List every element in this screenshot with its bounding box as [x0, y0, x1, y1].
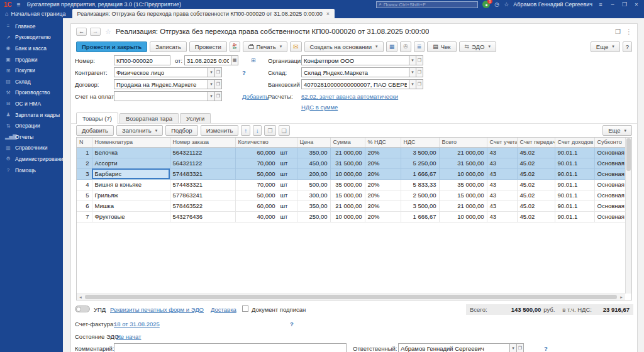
tab-services[interactable]: Услуги — [180, 113, 211, 123]
cell-transfer-account[interactable]: 45.02 — [517, 147, 555, 158]
invoice-help-icon[interactable]: ? — [290, 321, 294, 327]
cell-nomenclature[interactable]: Фруктовые — [92, 211, 170, 222]
cell-sum[interactable]: 10 000,00 — [330, 211, 365, 222]
bank-open-icon[interactable] — [416, 79, 423, 89]
favorites-icon[interactable]: ☆ — [504, 1, 509, 8]
cell-total[interactable]: 10 000,00 — [439, 168, 487, 179]
show-postings-button[interactable]: ДтКт — [230, 41, 240, 52]
warehouse-open-icon[interactable] — [416, 67, 423, 77]
cell-income-account[interactable]: 90.01.1 — [555, 211, 594, 222]
cell-vat[interactable]: 5 250,00 — [401, 158, 439, 168]
cell-qty[interactable]: 70,000шт — [235, 158, 297, 168]
calendar-icon[interactable] — [231, 55, 238, 65]
connection-menu-icon[interactable]: ≡ — [597, 1, 604, 8]
invoice-for-payment-field[interactable] — [114, 91, 208, 101]
col-order-number[interactable]: Номер заказа — [170, 138, 235, 147]
number-field[interactable] — [114, 55, 170, 65]
cell-order[interactable]: 574483321 — [170, 179, 235, 190]
check-button[interactable]: ▤Чек — [427, 41, 456, 52]
cell-nomenclature[interactable]: Ассорти — [92, 158, 170, 168]
counterparty-field[interactable] — [114, 67, 208, 77]
paste-rows-button[interactable]: ❑ — [279, 125, 290, 136]
table-row[interactable]: 1 Белочка 564321122 60,000шт 350,00 21 0… — [77, 147, 632, 158]
forward-button[interactable]: → — [90, 28, 101, 36]
invoice-link[interactable]: 18 от 31.08.2025 — [114, 321, 160, 327]
sidebar-item-operations[interactable]: ⇅Операции — [0, 120, 63, 131]
search-input[interactable] — [384, 2, 476, 8]
cell-account[interactable]: 43 — [487, 211, 517, 222]
cell-vat[interactable]: 1 666,67 — [401, 168, 439, 179]
cell-income-account[interactable]: 90.01.1 — [555, 147, 594, 158]
cell-vat[interactable]: 2 500,00 — [401, 190, 439, 201]
copy-rows-button[interactable]: ❐ — [264, 125, 275, 136]
number-settings-icon[interactable]: ⊞ — [251, 57, 256, 63]
contract-field[interactable] — [114, 79, 208, 89]
date-field[interactable] — [184, 55, 231, 65]
col-income-account[interactable]: Счет доходов — [555, 138, 594, 147]
col-account[interactable]: Счет учета — [487, 138, 517, 147]
tab-goods[interactable]: Товары (7) — [76, 113, 118, 124]
cell-total[interactable]: 21 000,00 — [439, 201, 487, 211]
scroll-right-icon[interactable]: ▸ — [618, 295, 625, 300]
col-total[interactable]: Всего — [439, 138, 487, 147]
cell-account[interactable]: 43 — [487, 201, 517, 211]
tab-close-icon[interactable]: × — [326, 11, 330, 17]
horizontal-scrollbar-thumb[interactable] — [85, 295, 617, 299]
close-button[interactable]: × — [633, 1, 640, 8]
sidebar-item-fixed-assets[interactable]: ⊟ОС и НМА — [0, 98, 63, 109]
cell-qty[interactable]: 50,000шт — [235, 168, 297, 179]
more-button[interactable]: Еще — [591, 41, 620, 52]
cell-vat-pct[interactable]: 20% — [365, 201, 401, 211]
cell-transfer-account[interactable]: 45.02 — [517, 179, 555, 190]
cell-account[interactable]: 43 — [487, 179, 517, 190]
cell-order[interactable]: 577863241 — [170, 190, 235, 201]
contract-open-icon[interactable] — [214, 79, 222, 89]
print-forms-link[interactable]: Реквизиты печатных форм и ЭДО — [110, 306, 204, 313]
cell-vat-pct[interactable]: 20% — [365, 190, 401, 201]
table-row[interactable]: 7 Фруктовые 543276436 40,000шт 250,00 10… — [77, 211, 632, 222]
sidebar-item-directories[interactable]: ▥Справочники — [0, 143, 63, 154]
table-row[interactable]: 3 Барбарис 574483321 50,000шт 200,00 10 … — [77, 168, 632, 179]
cell-transfer-account[interactable]: 45.02 — [517, 211, 555, 222]
counterparty-open-icon[interactable] — [214, 67, 222, 77]
cell-price[interactable]: 300,00 — [297, 190, 330, 201]
cell-sum[interactable]: 21 000,00 — [330, 147, 365, 158]
cell-sum[interactable]: 15 000,00 — [330, 190, 365, 201]
cell-income-account[interactable]: 90.01.1 — [555, 190, 594, 201]
cell-price[interactable]: 250,00 — [297, 211, 330, 222]
table-row[interactable]: 6 Мишка 578463522 60,000шт 350,00 21 000… — [77, 201, 632, 211]
table-row[interactable]: 5 Грильяж 577863241 50,000шт 300,00 15 0… — [77, 190, 632, 201]
restore-button[interactable]: ❐ — [621, 1, 628, 8]
send-email-button[interactable]: ✉ — [290, 41, 301, 52]
sidebar-item-purchases[interactable]: ⊞Покупки — [0, 65, 63, 76]
cell-vat-pct[interactable]: 20% — [365, 147, 401, 158]
col-transfer-account[interactable]: Счет передачи — [517, 138, 555, 147]
cell-income-account[interactable]: 90.01.1 — [555, 158, 594, 168]
cell-nomenclature[interactable]: Грильяж — [92, 190, 170, 201]
cell-total[interactable]: 31 500,00 — [439, 158, 487, 168]
minimize-button[interactable]: – — [609, 1, 616, 8]
col-price[interactable]: Цена — [297, 138, 330, 147]
vat-mode-link[interactable]: НДС в сумме — [301, 104, 338, 111]
cell-order[interactable]: 574483321 — [170, 168, 235, 179]
cell-nomenclature[interactable]: Белочка — [92, 147, 170, 158]
counterparty-help-icon[interactable]: ? — [242, 69, 246, 76]
col-n[interactable]: N — [77, 138, 92, 147]
warehouse-field[interactable] — [301, 67, 409, 77]
col-vat-pct[interactable]: % НДС — [365, 138, 401, 147]
cell-qty[interactable]: 60,000шт — [235, 201, 297, 211]
sidebar-item-sales[interactable]: ▣Продажи — [0, 54, 63, 65]
comment-field[interactable] — [114, 343, 347, 352]
cell-transfer-account[interactable]: 45.02 — [517, 190, 555, 201]
cell-account[interactable]: 43 — [487, 147, 517, 158]
print-button[interactable]: Печать — [243, 41, 288, 52]
vertical-scrollbar[interactable] — [625, 138, 631, 294]
vertical-scrollbar-thumb[interactable] — [626, 138, 631, 171]
sidebar-item-bank-cash[interactable]: ◉Банк и касса — [0, 43, 63, 54]
col-quantity[interactable]: Количество — [235, 138, 297, 147]
responsible-field[interactable] — [398, 343, 510, 352]
cell-order[interactable]: 578463522 — [170, 201, 235, 211]
cell-sum[interactable]: 31 500,00 — [330, 158, 365, 168]
responsible-help-icon[interactable]: ? — [544, 345, 548, 352]
main-menu-icon[interactable]: ≡ — [17, 1, 21, 8]
